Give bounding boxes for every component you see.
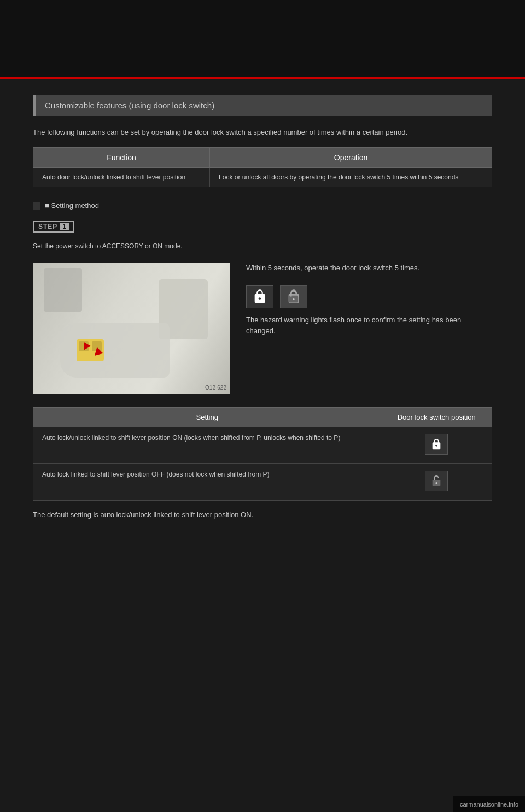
table-col1-header: Function — [33, 147, 210, 167]
step1-label: STEP — [38, 223, 57, 230]
additional-text: The default setting is auto lock/unlock … — [33, 509, 492, 521]
main-table: Function Operation Auto door lock/unlock… — [33, 147, 492, 187]
unlock-svg — [286, 289, 301, 304]
page-container: Customizable features (using door lock s… — [0, 0, 525, 812]
sub-section-header: ■ Setting method — [45, 200, 99, 212]
settings-row2-icon-cell — [381, 463, 492, 500]
settings-row-1: Auto lock/unlock linked to shift lever p… — [33, 427, 492, 463]
svg-point-3 — [436, 482, 438, 484]
settings-row-2: Auto lock linked to shift lever position… — [33, 463, 492, 500]
image-caption: O12-622 — [205, 385, 226, 391]
settings-row1-text: Auto lock/unlock linked to shift lever p… — [33, 427, 381, 463]
intro-text: The following functions can be set by op… — [33, 127, 492, 138]
step1-number: 1 — [60, 223, 69, 230]
lock-icon — [246, 285, 273, 308]
content-area: Customizable features (using door lock s… — [0, 79, 525, 546]
settings-unlock-svg — [430, 475, 442, 487]
section-header-bar: Customizable features (using door lock s… — [33, 95, 492, 116]
settings-row2-text: Auto lock linked to shift lever position… — [33, 463, 381, 500]
table-cell-operation: Lock or unlock all doors by operating th… — [210, 167, 492, 187]
unlock-icon — [280, 285, 307, 308]
step2-container: STEP 2 — [33, 263, 492, 394]
table-cell-function: Auto door lock/unlock linked to shift le… — [33, 167, 210, 187]
table-row: Auto door lock/unlock linked to shift le… — [33, 167, 492, 187]
bullet-square — [33, 202, 40, 210]
settings-unlock-icon — [425, 471, 448, 491]
website-label: carmanualsonline.info — [460, 801, 518, 808]
step2-image: STEP 2 — [33, 263, 230, 394]
table-col2-header: Operation — [210, 147, 492, 167]
settings-row1-icon-cell — [381, 427, 492, 463]
lock-unlock-icons — [246, 285, 492, 308]
car-interior-graphic — [33, 263, 230, 394]
top-header — [0, 0, 525, 77]
step1-text: Set the power switch to ACCESSORY or ON … — [33, 241, 492, 252]
step1-badge: STEP 1 — [33, 221, 74, 233]
settings-lock-svg — [430, 438, 442, 450]
step2-side-content: Within 5 seconds, operate the door lock … — [246, 263, 492, 348]
step2-description: The hazard warning lights flash once to … — [246, 315, 492, 338]
bottom-bar: carmanualsonline.info — [453, 796, 525, 812]
lock-svg — [252, 289, 267, 304]
settings-col1-header: Setting — [33, 407, 381, 427]
settings-col2-header: Door lock switch position — [381, 407, 492, 427]
settings-lock-icon — [425, 434, 448, 455]
step2-text: Within 5 seconds, operate the door lock … — [246, 263, 492, 274]
svg-point-1 — [293, 298, 295, 300]
section-header-text: Customizable features (using door lock s… — [45, 101, 214, 110]
settings-table: Setting Door lock switch position Auto l… — [33, 407, 492, 501]
